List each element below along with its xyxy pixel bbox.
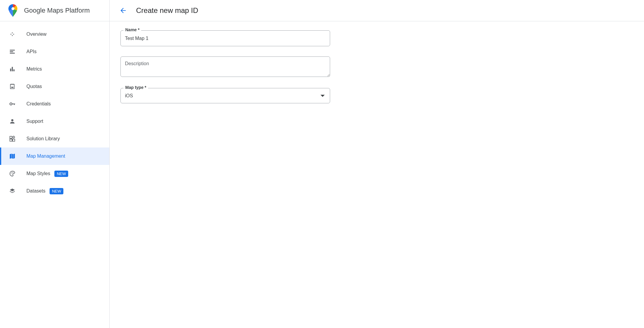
svg-rect-8 bbox=[13, 84, 14, 85]
solution-library-icon bbox=[9, 135, 16, 142]
main-content: Create new map ID Name * Map type * iOS bbox=[110, 0, 644, 328]
sidebar-item-label: Overview bbox=[26, 32, 47, 37]
sidebar-item-datasets[interactable]: Datasets NEW bbox=[0, 182, 109, 200]
sidebar-item-label: Map Styles bbox=[26, 171, 50, 176]
sidebar-item-label: Quotas bbox=[26, 84, 42, 89]
sidebar-item-support[interactable]: Support bbox=[0, 113, 109, 130]
support-person-icon bbox=[9, 118, 16, 125]
map-type-field-wrapper: Map type * iOS bbox=[120, 88, 330, 103]
sidebar-item-label: APIs bbox=[26, 49, 37, 54]
sidebar: Google Maps Platform Overview bbox=[0, 0, 110, 328]
description-field-wrapper bbox=[120, 56, 330, 78]
svg-rect-16 bbox=[13, 139, 15, 141]
sidebar-item-quotas[interactable]: Quotas bbox=[0, 78, 109, 95]
metrics-icon bbox=[9, 66, 16, 72]
svg-rect-1 bbox=[10, 51, 13, 52]
quotas-icon bbox=[9, 83, 16, 90]
svg-point-13 bbox=[11, 119, 13, 121]
sidebar-item-label: Credentials bbox=[26, 101, 51, 107]
sidebar-item-metrics[interactable]: Metrics bbox=[0, 60, 109, 78]
name-field-wrapper: Name * bbox=[120, 30, 330, 46]
svg-rect-9 bbox=[11, 87, 13, 88]
svg-rect-15 bbox=[10, 139, 12, 141]
create-map-form: Name * Map type * iOS bbox=[110, 21, 341, 123]
svg-rect-5 bbox=[14, 69, 15, 71]
sidebar-item-label: Support bbox=[26, 119, 43, 124]
map-type-select[interactable]: iOS bbox=[120, 88, 330, 103]
svg-rect-0 bbox=[10, 50, 15, 51]
sidebar-item-label: Solution Library bbox=[26, 136, 60, 141]
sidebar-item-apis[interactable]: APIs bbox=[0, 43, 109, 60]
svg-rect-7 bbox=[12, 84, 13, 85]
content-header: Create new map ID bbox=[110, 0, 644, 21]
sidebar-item-map-management[interactable]: Map Management bbox=[0, 147, 109, 165]
description-textarea[interactable] bbox=[120, 56, 330, 77]
svg-point-10 bbox=[10, 103, 12, 105]
map-management-icon bbox=[9, 153, 16, 159]
sidebar-nav: Overview APIs bbox=[0, 21, 109, 200]
svg-rect-2 bbox=[10, 53, 15, 54]
credentials-key-icon bbox=[9, 101, 16, 107]
svg-rect-14 bbox=[10, 136, 12, 138]
svg-rect-6 bbox=[11, 84, 11, 85]
map-styles-palette-icon bbox=[9, 170, 16, 177]
apis-icon bbox=[9, 48, 16, 55]
logo-block[interactable]: Google Maps Platform bbox=[8, 4, 90, 17]
sidebar-header: Google Maps Platform bbox=[0, 0, 109, 21]
sidebar-item-label: Metrics bbox=[26, 66, 42, 72]
sidebar-item-label: Datasets bbox=[26, 188, 45, 194]
name-label: Name * bbox=[123, 27, 141, 32]
new-badge: NEW bbox=[50, 188, 63, 194]
product-title: Google Maps Platform bbox=[24, 7, 90, 14]
svg-point-21 bbox=[13, 172, 13, 173]
svg-rect-3 bbox=[10, 68, 11, 71]
overview-icon bbox=[9, 31, 16, 38]
name-input[interactable] bbox=[120, 30, 330, 46]
page-title: Create new map ID bbox=[136, 6, 198, 15]
datasets-layers-icon bbox=[9, 188, 16, 194]
new-badge: NEW bbox=[54, 171, 68, 177]
map-type-label: Map type * bbox=[123, 85, 148, 90]
svg-point-20 bbox=[11, 172, 12, 173]
google-maps-logo-icon bbox=[8, 4, 17, 17]
svg-rect-12 bbox=[14, 104, 15, 105]
sidebar-item-credentials[interactable]: Credentials bbox=[0, 95, 109, 113]
back-button[interactable] bbox=[117, 4, 129, 17]
svg-point-19 bbox=[11, 173, 11, 174]
svg-rect-4 bbox=[12, 67, 13, 71]
sidebar-item-overview[interactable]: Overview bbox=[0, 26, 109, 43]
sidebar-item-map-styles[interactable]: Map Styles NEW bbox=[0, 165, 109, 182]
back-arrow-icon bbox=[119, 7, 127, 14]
sidebar-item-label: Map Management bbox=[26, 153, 65, 159]
sidebar-item-solution-library[interactable]: Solution Library bbox=[0, 130, 109, 147]
